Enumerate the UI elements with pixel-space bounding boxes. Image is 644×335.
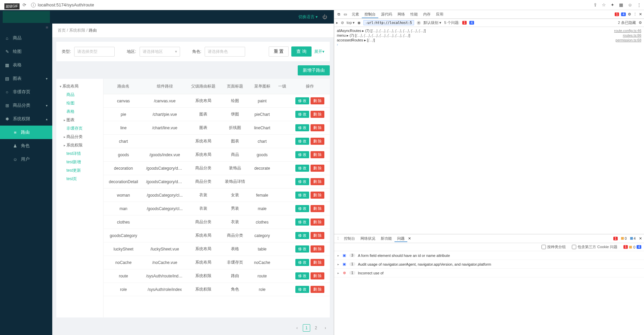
console-filter-input[interactable]	[363, 20, 414, 25]
console-line[interactable]: accessedRoutes ▸ [{…}]permission.ts:68	[337, 38, 641, 42]
delete-button[interactable]: 删 除	[311, 272, 324, 279]
page-next[interactable]: ›	[322, 324, 329, 332]
close-tab-icon[interactable]: ✕	[408, 236, 411, 240]
tree-item[interactable]: 图表	[59, 116, 100, 124]
breadcrumb-home[interactable]: 首页	[58, 28, 66, 33]
query-button[interactable]: 查 询	[291, 46, 312, 57]
issue-row[interactable]: ▸▣3A form field element should have an i…	[334, 251, 644, 260]
sidebar-collapse-icon[interactable]: ≡	[0, 24, 52, 31]
delete-button[interactable]: 删 除	[311, 259, 324, 266]
grid-icon[interactable]: ▦	[619, 2, 623, 7]
share-icon[interactable]: ⇪	[593, 2, 597, 7]
devtools-tab[interactable]: 应用	[433, 11, 446, 18]
delete-button[interactable]: 删 除	[311, 138, 324, 145]
console-prompt[interactable]: ›	[337, 42, 641, 46]
edit-button[interactable]: 修 改	[295, 111, 309, 118]
delete-button[interactable]: 删 除	[311, 111, 324, 118]
edit-button[interactable]: 修 改	[295, 151, 309, 158]
page-prev[interactable]: ‹	[293, 324, 301, 332]
menu-icon[interactable]: ⋮	[637, 2, 641, 7]
third-party-cookie-checkbox[interactable]	[572, 245, 576, 249]
sidebar-item[interactable]: ⊞商品分类▾	[0, 99, 52, 112]
delete-button[interactable]: 删 除	[311, 219, 324, 226]
tree-item[interactable]: 绘图	[59, 99, 100, 107]
profile-icon[interactable]: ☺	[628, 2, 632, 7]
power-icon[interactable]: ⏻	[322, 14, 327, 20]
sidebar-item[interactable]: ▦表格	[0, 58, 52, 72]
sidebar-item[interactable]: ○非缓存页	[0, 85, 52, 99]
context-select[interactable]: top ▾	[347, 21, 355, 25]
tree-item[interactable]: 系统权限	[59, 141, 100, 149]
delete-button[interactable]: 删 除	[311, 151, 324, 158]
drawer-tab[interactable]: 新功能	[378, 235, 394, 241]
delete-button[interactable]: 删 除	[311, 178, 324, 185]
drawer-tab[interactable]: 网络状况	[358, 235, 378, 241]
device-icon[interactable]: ▭	[342, 12, 348, 16]
devtools-tab[interactable]: 元素	[349, 11, 362, 18]
eye-icon[interactable]: ◉	[357, 21, 361, 25]
group-by-kind-checkbox[interactable]	[541, 245, 546, 249]
delete-button[interactable]: 删 除	[311, 245, 324, 253]
edit-button[interactable]: 修 改	[295, 245, 309, 253]
sidebar-item[interactable]: ✱系统权限▴	[0, 112, 52, 126]
page-1[interactable]: 1	[303, 324, 310, 332]
tree-item[interactable]: 商品分类	[59, 133, 100, 141]
sidebar-item[interactable]: ▧图表▾	[0, 72, 52, 85]
error-badge[interactable]: 1	[615, 12, 619, 16]
devtools-tab[interactable]: 网络	[395, 11, 408, 18]
devtools-tab[interactable]: 源代码	[378, 11, 395, 18]
edit-button[interactable]: 修 改	[295, 272, 309, 279]
drawer-tab[interactable]: 控制台	[341, 235, 358, 241]
reload-icon[interactable]: ⟳	[22, 2, 27, 7]
edit-button[interactable]: 修 改	[295, 178, 309, 185]
sidebar-item[interactable]: ⌂商品	[0, 31, 52, 45]
edit-button[interactable]: 修 改	[295, 259, 309, 266]
drawer-close-icon[interactable]: ✕	[639, 236, 642, 241]
drawer-more-icon[interactable]: ⋮	[336, 236, 340, 241]
tree-item[interactable]: test新增	[59, 158, 100, 166]
source-link[interactable]: routes.ts:86	[623, 33, 641, 37]
issue-row[interactable]: ▸▣1Audit usage of navigator.userAgent, n…	[334, 260, 644, 269]
delete-button[interactable]: 删 除	[311, 192, 324, 199]
language-switch[interactable]: 切换语言 ▾	[298, 14, 318, 20]
edit-button[interactable]: 修 改	[295, 192, 309, 199]
page-2[interactable]: 2	[312, 324, 320, 332]
tree-item[interactable]: 商品	[59, 91, 100, 99]
sidebar-subitem[interactable]: ♟角色	[0, 139, 52, 153]
edit-button[interactable]: 修 改	[295, 165, 309, 172]
tree-item[interactable]: test详情	[59, 149, 100, 158]
devtools-more-icon[interactable]: ⋮	[633, 12, 637, 16]
edit-button[interactable]: 修 改	[295, 138, 309, 145]
source-link[interactable]: permission.ts:68	[616, 38, 641, 42]
region-select[interactable]: 请选择地区▾	[140, 47, 180, 57]
devtools-tab[interactable]: 控制台	[362, 11, 378, 18]
source-link[interactable]: route.config.ts:46	[614, 29, 641, 33]
breadcrumb-section[interactable]: 系统权限	[69, 28, 85, 33]
extension-icon[interactable]: ✦	[611, 2, 614, 7]
edit-button[interactable]: 修 改	[295, 232, 309, 239]
edit-button[interactable]: 修 改	[295, 124, 309, 131]
issue-row[interactable]: ▸⊗1Incorrect use of	[334, 269, 644, 277]
console-line[interactable]: allAsyncRoutes ▸ (7) [{…}, {…}, {…}, {…}…	[337, 28, 641, 33]
delete-button[interactable]: 删 除	[311, 286, 324, 293]
edit-button[interactable]: 修 改	[295, 286, 309, 293]
sidebar-subitem[interactable]: ≡路由	[0, 126, 52, 139]
type-select[interactable]: 请选择类型	[74, 47, 115, 57]
sidebar-item[interactable]: ✎绘图	[0, 45, 52, 58]
clear-filter-icon[interactable]: ✕	[417, 21, 421, 25]
edit-button[interactable]: 修 改	[295, 219, 309, 226]
delete-button[interactable]: 删 除	[311, 97, 324, 104]
devtools-tab[interactable]: 性能	[408, 11, 420, 18]
drawer-tab[interactable]: 问题	[394, 235, 407, 242]
delete-button[interactable]: 删 除	[311, 124, 324, 131]
tree-item[interactable]: 系统布局	[59, 82, 100, 91]
inspect-icon[interactable]: ⧉	[336, 12, 342, 16]
edit-button[interactable]: 修 改	[295, 205, 309, 212]
star-icon[interactable]: ☆	[602, 2, 606, 7]
tree-item[interactable]: 表格	[59, 107, 100, 116]
console-settings-icon[interactable]: ⚙	[639, 21, 642, 25]
console-line[interactable]: menu ▸ (7) [{…}, {…}, {…}, {…}, {…}, {…}…	[337, 33, 641, 38]
expand-toggle[interactable]: 展开▾	[314, 49, 324, 55]
console-clear-icon[interactable]: ⊘	[341, 21, 344, 25]
sidebar-subitem[interactable]: ☺用户	[0, 153, 52, 166]
